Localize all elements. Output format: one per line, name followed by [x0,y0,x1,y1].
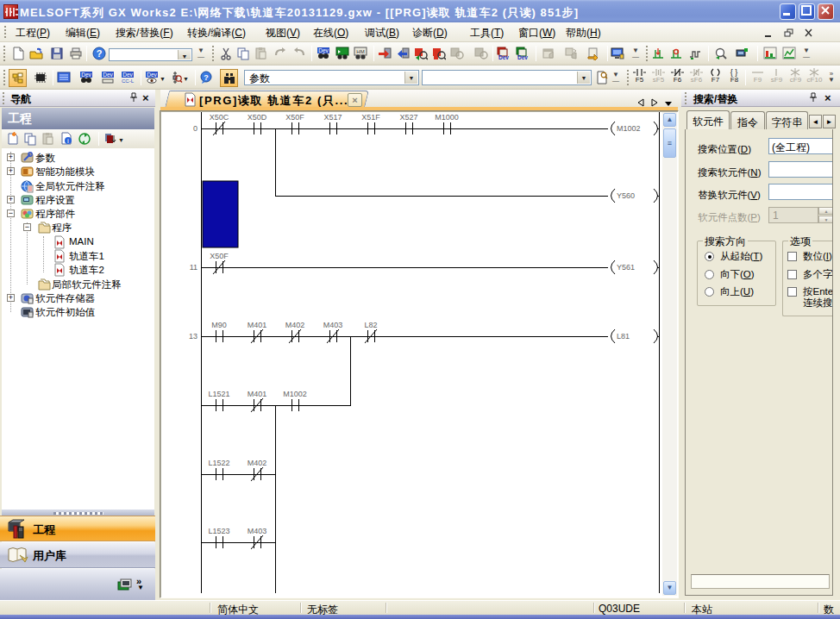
svg-text:0: 0 [193,124,197,133]
svg-text:13: 13 [189,332,197,341]
svg-text:Dev: Dev [81,72,91,78]
svg-text:i: i [67,137,69,145]
svg-text:M401: M401 [248,390,267,398]
svg-text:M402: M402 [285,321,305,329]
svg-text:M401: M401 [248,321,267,329]
svg-text:X50C: X50C [210,113,229,122]
svg-text:L1522: L1522 [208,459,229,467]
svg-text:L1521: L1521 [208,390,229,398]
svg-text:X517: X517 [323,113,342,122]
svg-text:M402: M402 [248,459,267,467]
svg-text:Y561: Y561 [617,263,635,272]
svg-text:M90: M90 [211,321,227,329]
svg-text:L81: L81 [617,332,630,341]
svg-text:X50F: X50F [210,252,229,260]
svg-text:Y560: Y560 [617,191,635,200]
svg-text:M1002: M1002 [283,390,307,398]
svg-text:Dev: Dev [122,72,133,78]
svg-text:CC-L: CC-L [122,78,135,84]
svg-text:M403: M403 [248,527,267,535]
svg-text:?: ? [204,73,209,82]
svg-text:11: 11 [190,263,197,272]
svg-text:Dev: Dev [147,72,157,78]
svg-text:L1523: L1523 [208,527,229,535]
svg-text:?: ? [97,48,103,59]
svg-text:Dev: Dev [517,54,528,60]
svg-text:Dev: Dev [498,54,509,60]
svg-text:M1000: M1000 [435,113,459,122]
svg-text:M403: M403 [323,321,343,329]
svg-text:X50F: X50F [285,113,304,122]
svg-text:Dev: Dev [103,72,113,78]
svg-text:L82: L82 [364,321,377,329]
svg-text:X527: X527 [399,113,417,122]
svg-text:X51F: X51F [361,113,380,122]
svg-text:M1002: M1002 [617,124,641,133]
svg-text:Dev: Dev [318,47,329,53]
svg-text:X50D: X50D [248,113,267,122]
svg-text:HM: HM [356,49,364,54]
